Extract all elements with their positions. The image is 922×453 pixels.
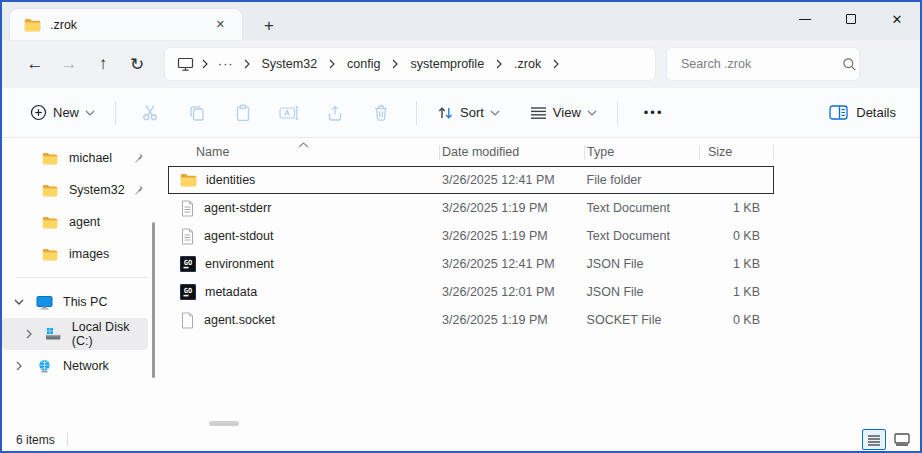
- horizontal-scrollbar[interactable]: [209, 421, 239, 426]
- search-icon[interactable]: [842, 57, 857, 72]
- sidebar-item-network[interactable]: Network: [2, 350, 162, 382]
- plus-circle-icon: [30, 104, 47, 121]
- view-lines-icon: [530, 106, 547, 120]
- maximize-button[interactable]: [828, 2, 874, 36]
- up-button[interactable]: ↑: [86, 47, 120, 81]
- breadcrumb-item-system32[interactable]: System32: [256, 53, 324, 75]
- file-name: agent.socket: [204, 313, 275, 327]
- folder-icon: [42, 216, 58, 229]
- new-button-label: New: [53, 105, 79, 120]
- this-pc-icon: [36, 295, 53, 310]
- breadcrumb-ellipsis[interactable]: ···: [214, 57, 238, 71]
- sort-button[interactable]: Sort: [429, 99, 508, 127]
- more-options-button[interactable]: •••: [630, 105, 678, 120]
- item-count: 6 items: [16, 433, 55, 447]
- breadcrumb-item-systemprofile[interactable]: systemprofile: [404, 53, 490, 75]
- maximize-icon: [846, 14, 856, 24]
- window-controls: — ✕: [782, 2, 920, 36]
- details-pane-button[interactable]: Details: [825, 99, 900, 126]
- chevron-down-icon: [587, 110, 597, 116]
- scissors-icon: [141, 104, 161, 121]
- view-toggles: [862, 429, 914, 450]
- delete-button[interactable]: [358, 104, 404, 122]
- copy-button[interactable]: [174, 104, 220, 122]
- forward-button[interactable]: →: [52, 47, 86, 81]
- breadcrumb-separator-icon[interactable]: [547, 59, 565, 69]
- chevron-down-icon: [490, 110, 500, 116]
- breadcrumb-separator-icon[interactable]: [238, 59, 256, 69]
- breadcrumb-separator-icon[interactable]: [323, 59, 341, 69]
- sidebar-item-this-pc[interactable]: This PC: [2, 286, 162, 318]
- cut-button[interactable]: [128, 104, 174, 121]
- share-icon: [326, 104, 344, 122]
- file-size: 1 KB: [699, 201, 773, 215]
- file-type: Text Document: [585, 201, 700, 215]
- text-document-icon: [180, 228, 195, 245]
- device-icon[interactable]: [175, 56, 196, 72]
- view-button[interactable]: View: [522, 99, 605, 126]
- copy-icon: [188, 104, 206, 122]
- chevron-down-icon[interactable]: [12, 299, 26, 305]
- view-button-label: View: [553, 105, 581, 120]
- icons-view-icon: [894, 433, 910, 446]
- sidebar-divider: [16, 277, 148, 278]
- folder-icon: [24, 18, 41, 32]
- tab-title: .zrok: [50, 18, 209, 32]
- file-date: 3/26/2025 12:41 PM: [440, 173, 585, 187]
- details-view-button[interactable]: [862, 429, 886, 450]
- close-button[interactable]: ✕: [874, 2, 920, 36]
- folder-icon: [42, 152, 58, 165]
- column-header-type[interactable]: Type: [585, 138, 700, 166]
- breadcrumb-item-config[interactable]: config: [341, 53, 386, 75]
- file-row-environment[interactable]: GOenvironment 3/26/2025 12:41 PM JSON Fi…: [168, 250, 774, 278]
- search-input[interactable]: [681, 57, 842, 71]
- share-button[interactable]: [312, 104, 358, 122]
- column-header-size[interactable]: Size: [700, 138, 774, 166]
- back-button[interactable]: ←: [18, 47, 52, 81]
- file-row-identities[interactable]: identities 3/26/2025 12:41 PM File folde…: [168, 166, 774, 194]
- chevron-right-icon[interactable]: [12, 361, 26, 371]
- sidebar-item-system32[interactable]: System32: [2, 174, 162, 206]
- search-box[interactable]: [666, 47, 860, 81]
- file-row-metadata[interactable]: GOmetadata 3/26/2025 12:01 PM JSON File …: [168, 278, 774, 306]
- new-tab-button[interactable]: +: [264, 17, 274, 34]
- sidebar-item-local-disk-c[interactable]: Local Disk (C:): [2, 318, 148, 350]
- explorer-tab[interactable]: .zrok ✕: [10, 9, 242, 40]
- file-row-agent-socket[interactable]: agent.socket 3/26/2025 1:19 PM SOCKET Fi…: [168, 306, 774, 334]
- breadcrumb-item-zrok[interactable]: .zrok: [508, 53, 547, 75]
- icons-view-button[interactable]: [890, 429, 914, 450]
- sidebar-scrollbar[interactable]: [152, 222, 155, 378]
- rename-icon: [279, 105, 299, 121]
- breadcrumb-separator-icon[interactable]: [196, 59, 214, 69]
- breadcrumb-separator-icon[interactable]: [490, 59, 508, 69]
- paste-button[interactable]: [220, 104, 266, 122]
- file-row-agent-stdout[interactable]: agent-stdout 3/26/2025 1:19 PM Text Docu…: [168, 222, 774, 250]
- breadcrumb-separator-icon[interactable]: [386, 59, 404, 69]
- sidebar-item-images[interactable]: images: [2, 238, 162, 270]
- toolbar-divider: [416, 101, 417, 125]
- new-button[interactable]: New: [22, 98, 103, 127]
- column-header-date-modified[interactable]: Date modified: [440, 138, 585, 166]
- sidebar-item-agent[interactable]: agent: [2, 206, 162, 238]
- chevron-right-icon[interactable]: [22, 329, 35, 339]
- refresh-button[interactable]: ↻: [120, 47, 154, 81]
- file-size: 1 KB: [699, 257, 773, 271]
- rename-button[interactable]: [266, 105, 312, 121]
- text-document-icon: [180, 200, 195, 217]
- tab-close-icon[interactable]: ✕: [209, 15, 232, 34]
- file-name: agent-stderr: [204, 201, 271, 215]
- file-type: File folder: [585, 173, 700, 187]
- chevron-down-icon: [85, 110, 95, 116]
- column-header-name[interactable]: Name: [168, 138, 440, 166]
- network-icon: [36, 359, 53, 374]
- file-name: agent-stdout: [204, 229, 274, 243]
- svg-text:GO: GO: [184, 259, 192, 267]
- sidebar-item-michael[interactable]: michael: [2, 142, 162, 174]
- folder-icon: [180, 173, 197, 187]
- minimize-button[interactable]: —: [782, 2, 828, 36]
- trash-icon: [373, 104, 389, 122]
- file-size: 0 KB: [699, 313, 773, 327]
- breadcrumb[interactable]: ··· System32 config systemprofile .zrok: [164, 47, 656, 81]
- file-row-agent-stderr[interactable]: agent-stderr 3/26/2025 1:19 PM Text Docu…: [168, 194, 774, 222]
- go-icon: GO: [180, 284, 196, 300]
